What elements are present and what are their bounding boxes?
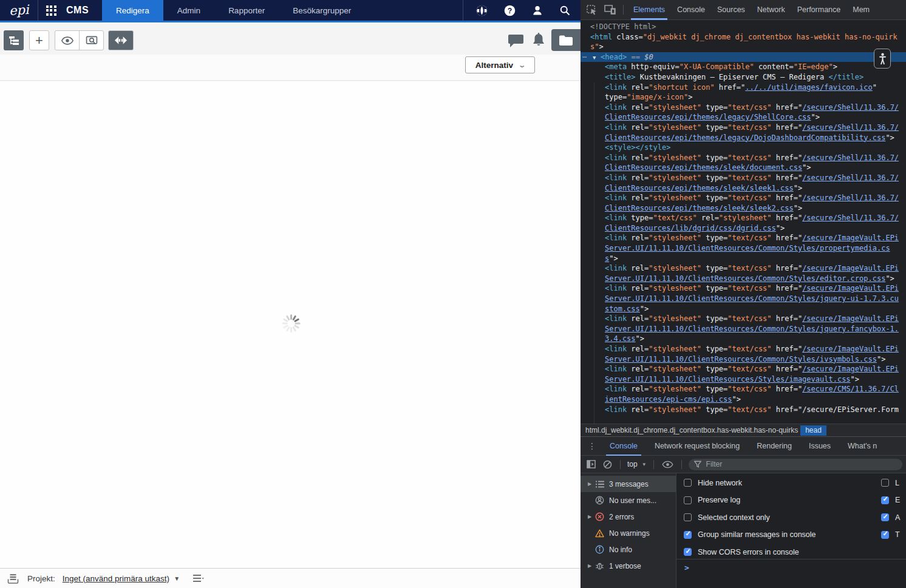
checkbox-unchecked-icon[interactable] xyxy=(684,479,692,487)
add-button[interactable]: + xyxy=(29,30,49,50)
elements-dom-tree[interactable]: <!DOCTYPE html><html class="dj_webkit dj… xyxy=(581,20,906,424)
execution-context-selector[interactable]: top▼ xyxy=(627,460,647,468)
console-filter-1-verbose[interactable]: ▶1 verbose xyxy=(581,558,676,574)
console-sidebar-toggle-icon[interactable] xyxy=(587,460,596,468)
dom-node-line[interactable]: Server.UI/11.11.10/ClientResources/Commo… xyxy=(581,294,906,304)
devtools-tab-elements[interactable]: Elements xyxy=(627,0,671,20)
dom-node-line[interactable]: <link rel="shortcut icon" href="../../ut… xyxy=(581,83,906,93)
dom-node-line[interactable]: ClientResources/epi/themes/sleek/sleek2.… xyxy=(581,203,906,214)
checkbox-unchecked-icon[interactable] xyxy=(881,479,889,487)
dom-node-line[interactable]: type="image/x-icon"> xyxy=(581,92,906,103)
dom-node-line[interactable]: <link rel="stylesheet" type="text/css" h… xyxy=(581,193,906,203)
dom-node-line[interactable]: <meta http-equiv="X-UA-Compatible" conte… xyxy=(581,62,906,72)
drawer-tab-what-s-n[interactable]: What's n xyxy=(839,436,885,456)
setting-selected-context-only[interactable]: Selected context only xyxy=(684,513,906,521)
devtools-tab-network[interactable]: Network xyxy=(751,0,791,20)
devtools-tab-performance[interactable]: Performance xyxy=(791,0,847,20)
setting-e[interactable]: E xyxy=(881,496,906,504)
setting-group-similar-messages-in-console[interactable]: Group similar messages in console xyxy=(684,531,906,539)
dom-node-line[interactable]: s"> xyxy=(581,254,906,264)
setting-a[interactable]: A xyxy=(881,513,906,521)
dom-node-line[interactable]: ClientResources/epi/themes/sleek/sleek1.… xyxy=(581,183,906,194)
dom-node-line[interactable]: <link rel="stylesheet" type="text/css" h… xyxy=(581,314,906,324)
nav-tab-rapporter[interactable]: Rapporter xyxy=(214,0,279,21)
dom-node-line[interactable]: <link rel="stylesheet" type="text/css" h… xyxy=(581,283,906,294)
setting-preserve-log[interactable]: Preserve log xyxy=(684,496,906,504)
assets-folder-button[interactable] xyxy=(551,29,581,51)
dom-node-line[interactable]: <html class="dj_webkit dj_chrome dj_cont… xyxy=(581,32,906,42)
epi-logo[interactable]: epi xyxy=(0,0,38,21)
dom-node-line[interactable]: ClientResources/epi/themes/legacy/DojoDa… xyxy=(581,133,906,143)
options-dropdown-button[interactable]: Alternativ⌄ xyxy=(465,56,535,73)
user-icon[interactable] xyxy=(531,4,543,16)
dom-node-line[interactable]: Server.UI/11.11.10/ClientResources/Style… xyxy=(581,374,906,385)
dom-node-line[interactable]: <link rel="stylesheet" type="text/css" h… xyxy=(581,344,906,354)
setting-t[interactable]: T xyxy=(881,531,906,539)
dom-node-line[interactable]: Server.UI/11.11.10/ClientResources/Commo… xyxy=(581,274,906,284)
dom-node-line[interactable]: <link rel="stylesheet" type="text/css" h… xyxy=(581,233,906,243)
bell-icon[interactable] xyxy=(532,33,545,47)
expand-arrow-icon[interactable]: ▶ xyxy=(585,481,594,487)
console-filter-2-errors[interactable]: ▶2 errors xyxy=(581,509,676,525)
dom-node-line[interactable]: <link type="text/css" rel="stylesheet" h… xyxy=(581,213,906,223)
drawer-tab-console[interactable]: Console xyxy=(601,436,646,456)
preview-eye-button[interactable] xyxy=(55,31,79,50)
setting-hide-network[interactable]: Hide network xyxy=(684,479,906,487)
dom-node-selected[interactable]: ⋯▼<head> == $0 xyxy=(581,52,906,63)
globe-icon[interactable] xyxy=(475,4,488,17)
drawer-tab-rendering[interactable]: Rendering xyxy=(748,436,800,456)
nav-tab-admin[interactable]: Admin xyxy=(163,0,214,21)
devtools-tab-console[interactable]: Console xyxy=(671,0,711,20)
console-filter-3-messages[interactable]: ▶3 messages xyxy=(581,476,676,492)
dom-node-line[interactable]: <link rel="stylesheet" type="text/css" h… xyxy=(581,173,906,183)
checkbox-unchecked-icon[interactable] xyxy=(684,496,692,504)
dom-node-line[interactable]: <!DOCTYPE html> xyxy=(581,22,906,32)
dom-node-line[interactable]: Server.UI/11.11.10/ClientResources/Commo… xyxy=(581,354,906,365)
console-filter-input[interactable]: Filter xyxy=(689,459,902,470)
console-filter-no-info[interactable]: No info xyxy=(581,541,676,558)
dom-node-line[interactable]: <link rel="stylesheet" type="text/css" h… xyxy=(581,263,906,274)
notifications-chat-icon[interactable] xyxy=(508,34,524,47)
dom-node-line[interactable]: <link rel="stylesheet" type="text/css" h… xyxy=(581,405,906,415)
dom-node-line[interactable]: Server.UI/11.11.10/ClientResources/Commo… xyxy=(581,243,906,254)
preview-resolution-button[interactable] xyxy=(79,31,103,50)
console-filter-no-warnings[interactable]: No warnings xyxy=(581,525,676,541)
dom-node-line[interactable]: <title> Kustbevakningen – Episerver CMS … xyxy=(581,72,906,83)
nav-tab-besökargrupper[interactable]: Besökargrupper xyxy=(279,0,365,21)
dom-node-line[interactable]: <link rel="stylesheet" type="text/css" h… xyxy=(581,103,906,113)
console-prompt-chevron[interactable]: > xyxy=(684,563,689,572)
setting-l[interactable]: L xyxy=(881,479,906,487)
checkbox-checked-icon[interactable] xyxy=(684,548,692,556)
project-select-link[interactable]: Inget (använd primära utkast) xyxy=(63,574,169,583)
inspect-element-icon[interactable] xyxy=(587,5,597,15)
dom-node-line[interactable]: ientResources/epi-cms/epi.css"> xyxy=(581,394,906,405)
expand-arrow-icon[interactable]: ▼ xyxy=(593,53,596,63)
more-options-icon[interactable]: ⋮ xyxy=(581,441,601,451)
compare-versions-button[interactable] xyxy=(108,30,134,50)
dom-node-line[interactable]: ClientResources/epi/themes/legacy/ShellC… xyxy=(581,112,906,123)
console-filter-no-user-mes-[interactable]: No user mes... xyxy=(581,492,676,509)
checkbox-checked-icon[interactable] xyxy=(684,531,692,539)
breadcrumb-item-html[interactable]: html.dj_webkit.dj_chrome.dj_contentbox.h… xyxy=(581,426,800,434)
expand-arrow-icon[interactable]: ▶ xyxy=(585,514,594,519)
project-menu-icon[interactable] xyxy=(193,575,204,583)
dom-node-line[interactable]: ClientResources/lib/dgrid/css/dgrid.css"… xyxy=(581,223,906,234)
help-icon[interactable]: ? xyxy=(503,4,516,17)
dom-node-line[interactable]: <link rel="stylesheet" type="text/css" h… xyxy=(581,153,906,163)
checkbox-unchecked-icon[interactable] xyxy=(684,513,692,521)
page-tree-button[interactable] xyxy=(4,30,24,50)
checkbox-checked-icon[interactable] xyxy=(881,496,889,504)
dom-node-line[interactable]: 3.4.css"> xyxy=(581,334,906,344)
device-toolbar-icon[interactable] xyxy=(604,5,616,15)
dom-node-line[interactable]: <style></style> xyxy=(581,143,906,153)
dom-node-line[interactable]: <link rel="stylesheet" type="text/css" h… xyxy=(581,123,906,133)
dom-node-line[interactable]: <link rel="stylesheet" type="text/css" h… xyxy=(581,384,906,394)
devtools-tab-sources[interactable]: Sources xyxy=(711,0,751,20)
setting-show-cors-errors-in-console[interactable]: Show CORS errors in console xyxy=(684,548,906,556)
app-grid-icon[interactable] xyxy=(38,0,64,21)
dom-node-line[interactable]: Server.UI/11.11.10/ClientResources/Commo… xyxy=(581,324,906,334)
nav-tab-redigera[interactable]: Redigera xyxy=(102,0,163,21)
dom-node-line[interactable]: ClientResources/epi/themes/sleek/documen… xyxy=(581,163,906,173)
drawer-tab-issues[interactable]: Issues xyxy=(800,436,839,456)
dom-node-line[interactable]: stom.css"> xyxy=(581,304,906,314)
